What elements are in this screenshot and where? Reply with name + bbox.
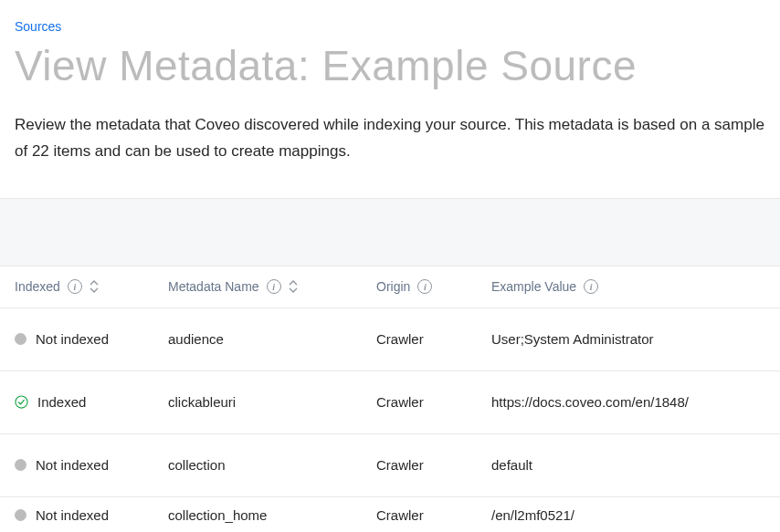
example-value: /en/l2mf0521/: [491, 507, 574, 523]
origin: Crawler: [376, 331, 424, 347]
origin: Crawler: [376, 457, 424, 473]
origin: Crawler: [376, 394, 424, 410]
status-check-indexed-icon: [15, 395, 28, 409]
status-dot-not-indexed: [15, 333, 26, 345]
status-dot-not-indexed: [15, 509, 26, 521]
status-label: Indexed: [37, 394, 86, 410]
column-header-metadata-name: Metadata Name: [168, 279, 259, 294]
info-icon[interactable]: i: [267, 279, 281, 294]
table-row[interactable]: Not indexed collection Crawler default: [0, 434, 780, 497]
breadcrumb-sources[interactable]: Sources: [15, 19, 61, 34]
info-icon[interactable]: i: [584, 279, 598, 294]
svg-point-0: [16, 396, 27, 408]
info-icon[interactable]: i: [68, 279, 82, 294]
page-title: View Metadata: Example Source: [15, 41, 765, 90]
sort-icon[interactable]: [90, 280, 99, 293]
table-toolbar: [0, 198, 780, 266]
column-header-example-value: Example Value: [491, 279, 576, 294]
metadata-name: audience: [168, 331, 224, 347]
table-row[interactable]: Not indexed collection_home Crawler /en/…: [0, 497, 780, 532]
metadata-name: clickableuri: [168, 394, 236, 410]
page-description: Review the metadata that Coveo discovere…: [15, 112, 765, 165]
info-icon[interactable]: i: [417, 279, 432, 294]
status-label: Not indexed: [36, 507, 109, 523]
column-header-indexed: Indexed: [15, 279, 60, 294]
table-row[interactable]: Indexed clickableuri Crawler https://doc…: [0, 371, 780, 434]
origin: Crawler: [376, 507, 424, 523]
table-row[interactable]: Not indexed audience Crawler User;System…: [0, 308, 780, 371]
metadata-name: collection: [168, 457, 226, 473]
sort-icon[interactable]: [289, 280, 298, 293]
column-header-origin: Origin: [376, 279, 410, 294]
example-value: default: [491, 457, 532, 473]
status-dot-not-indexed: [15, 459, 26, 471]
table-header: Indexed i Metadata Name i Origin i Examp…: [0, 266, 780, 308]
status-label: Not indexed: [36, 457, 109, 473]
metadata-name: collection_home: [168, 507, 267, 523]
example-value: https://docs.coveo.com/en/1848/: [491, 394, 689, 410]
status-label: Not indexed: [36, 331, 109, 347]
example-value: User;System Administrator: [491, 331, 654, 347]
